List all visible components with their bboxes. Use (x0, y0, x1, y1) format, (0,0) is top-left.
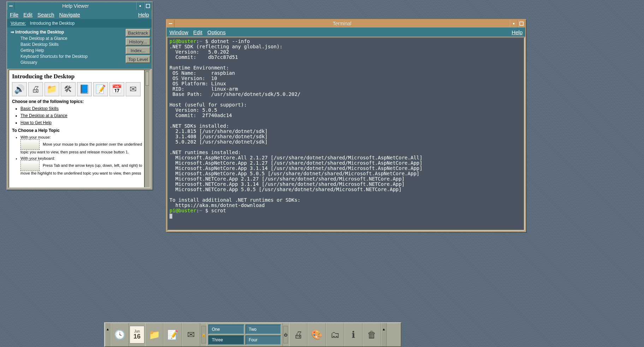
terminal-cursor (169, 214, 172, 219)
terminal-output: .NET SDK (reflecting any global.json): V… (169, 44, 422, 208)
chevron-up-icon[interactable]: ▴ (381, 323, 386, 335)
printer-icon: 🖨 (28, 82, 43, 96)
terminal-window: Terminal Window Edit Options Help pi@bus… (166, 19, 526, 232)
maximize-button[interactable] (518, 20, 525, 28)
speaker-icon: 🔊 (12, 82, 27, 96)
terminal-menubar: Window Edit Options Help (167, 28, 525, 37)
toc-item[interactable]: Getting Help (20, 48, 124, 53)
svg-rect-0 (9, 6, 13, 6)
workspace-switcher: 🔒 One Two Three Four ⏻ (207, 323, 283, 346)
volume-label: Volume: (11, 21, 26, 26)
history-button[interactable]: History... (126, 38, 150, 45)
minimize-button[interactable] (136, 2, 144, 10)
workspace-two-button[interactable]: Two (245, 324, 281, 334)
prompt-path: ~ (199, 208, 202, 213)
panel-handle-right[interactable]: ▴ (381, 323, 387, 346)
calendar-button[interactable]: Jun 16 (130, 326, 144, 343)
svg-rect-1 (139, 5, 141, 7)
text-editor-button[interactable]: 📝 (163, 323, 182, 346)
toc-item[interactable]: Glossary (20, 60, 124, 65)
mouse-image (20, 139, 40, 150)
chevron-up-icon[interactable]: ▴ (105, 323, 110, 335)
menu-options[interactable]: Options (207, 29, 226, 35)
trash-button[interactable]: 🗑 (363, 323, 381, 346)
menu-search[interactable]: Search (37, 12, 54, 18)
menu-navigate[interactable]: Navigate (59, 12, 80, 18)
keyboard-step-label: With your keyboard: (20, 156, 55, 160)
link-desktop-glance[interactable]: The Desktop at a Glance (20, 113, 67, 118)
terminal-body[interactable]: pi@buster:~ $ dotnet --info .NET SDK (re… (167, 37, 525, 231)
backtrack-button[interactable]: Backtrack (126, 29, 150, 37)
toc-root[interactable]: Introducing the Desktop (11, 30, 124, 35)
menu-help[interactable]: Help (138, 12, 149, 18)
terminal-command-2: scrot (211, 208, 226, 213)
scrollbar-thumb[interactable] (145, 72, 149, 86)
help-button[interactable]: ℹ (344, 323, 363, 346)
panel-handle-left[interactable]: ▴ (105, 323, 111, 346)
menu-help[interactable]: Help (512, 29, 523, 35)
help-content-pane: Introducing the Desktop 🔊 🖨 📁 🛠 📘 📝 📅 ✉ … (8, 69, 150, 188)
svg-rect-4 (513, 23, 514, 24)
minimize-button[interactable] (510, 20, 518, 28)
mail-button[interactable]: ✉ (182, 323, 200, 346)
keyboard-image (20, 160, 40, 171)
printer-button[interactable]: 🖨 (289, 323, 308, 346)
calendar-month: Jun (134, 329, 140, 333)
terminal-titlebar[interactable]: Terminal (167, 20, 525, 28)
svg-rect-3 (169, 23, 172, 24)
help-content-heading: Introducing the Desktop (12, 73, 147, 80)
folder-icon: 📁 (44, 82, 59, 96)
svg-rect-2 (146, 4, 150, 8)
terminal-title: Terminal (174, 20, 510, 28)
toc-item[interactable]: The Desktop at a Glance (20, 36, 124, 41)
menu-window[interactable]: Window (169, 29, 188, 35)
menu-edit[interactable]: Edit (23, 12, 32, 18)
workspace-three-button[interactable]: Three (208, 335, 244, 345)
help-viewer-titlebar[interactable]: Help Viewer (7, 2, 152, 10)
prompt-user: pi@buster (169, 38, 196, 44)
svg-rect-5 (520, 22, 523, 25)
calendar-day: 16 (133, 333, 141, 340)
menu-file[interactable]: File (10, 12, 18, 18)
help-toc: Introducing the Desktop The Desktop at a… (7, 28, 126, 69)
help-viewer-title: Help Viewer (15, 2, 136, 10)
help-nav-buttons: Backtrack History... Index... Top Level (126, 28, 152, 69)
maximize-button[interactable] (144, 2, 152, 10)
toc-item[interactable]: Keyboard Shortcuts for the Desktop (20, 54, 124, 59)
volume-value: Introducing the Desktop (30, 21, 75, 26)
help-content-scrollbar[interactable] (144, 70, 150, 187)
help-viewer-menubar: File Edit Search Navigate Help (7, 10, 152, 19)
toplevel-button[interactable]: Top Level (126, 55, 150, 63)
prompt-symbol: $ (205, 38, 208, 44)
exit-button[interactable]: ⏻ (283, 326, 288, 343)
calendar-icon: 📅 (109, 82, 124, 96)
book-icon: 📘 (77, 82, 92, 96)
clock-button[interactable]: 🕓 (111, 323, 129, 346)
help-viewer-window: Help Viewer File Edit Search Navigate He… (6, 1, 153, 190)
app-manager-button[interactable]: 🗂 (326, 323, 344, 346)
mouse-step-label: With your mouse: (20, 135, 51, 139)
help-volume-bar[interactable]: Volume: Introducing the Desktop (7, 19, 152, 28)
intro-icon-strip: 🔊 🖨 📁 🛠 📘 📝 📅 ✉ (12, 82, 147, 96)
tools-icon: 🛠 (61, 82, 76, 96)
workspace-four-button[interactable]: Four (245, 335, 281, 345)
window-menu-button[interactable] (167, 20, 174, 28)
toc-item[interactable]: Basic Desktop Skills (20, 42, 124, 47)
front-panel: ▴ 🕓 Jun 16 📁 📝 ✉ 🔒 One Two Three Four ⏻ … (104, 322, 401, 347)
workspace-one-button[interactable]: One (208, 324, 244, 334)
window-menu-button[interactable] (7, 2, 15, 10)
prompt-symbol: $ (205, 208, 208, 213)
style-manager-button[interactable]: 🎨 (308, 323, 326, 346)
link-basic-skills[interactable]: Basic Desktop Skills (20, 106, 59, 111)
terminal-command-1: dotnet --info (211, 38, 250, 44)
prompt-path: ~ (199, 38, 202, 44)
notepad-icon: 📝 (93, 82, 108, 96)
index-button[interactable]: Index... (126, 47, 150, 54)
choose-topics-label: Choose one of the following topics: (12, 99, 147, 104)
link-get-help[interactable]: How to Get Help (20, 120, 52, 125)
menu-edit[interactable]: Edit (193, 29, 202, 35)
lock-button[interactable]: 🔒 (201, 326, 206, 343)
home-folder-button[interactable]: 📁 (145, 323, 163, 346)
to-choose-heading: To Choose a Help Topic (12, 128, 147, 133)
prompt-user: pi@buster (169, 208, 196, 213)
